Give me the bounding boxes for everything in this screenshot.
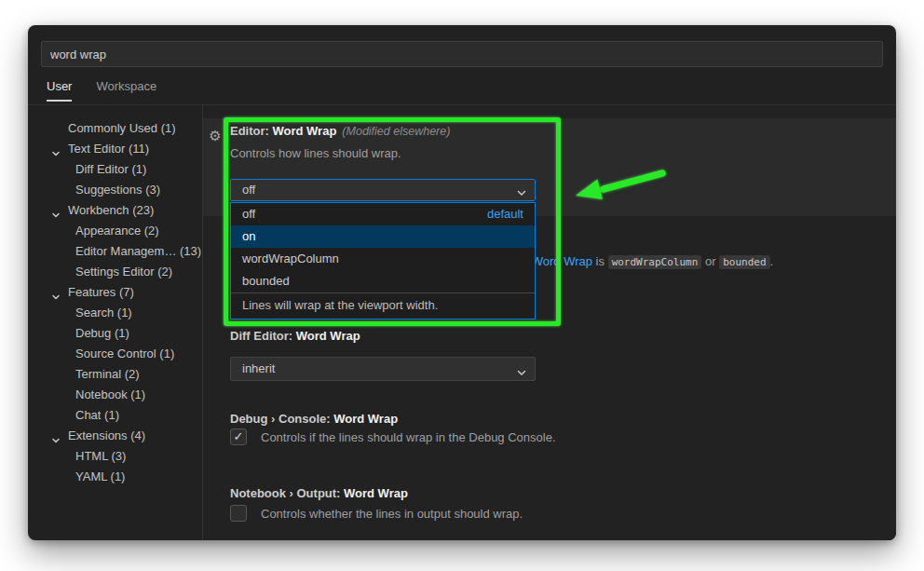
sidebar-item-label: YAML (1) <box>75 469 125 483</box>
checkbox-description: Controls whether the lines in output sho… <box>261 507 523 521</box>
setting-title-diff-editor-word-wrap: Diff Editor: Word Wrap <box>230 329 360 343</box>
sidebar-item-label: Suggestions (3) <box>75 183 160 197</box>
setting-category: Editor: <box>230 124 273 138</box>
settings-content: Commonly Used (1) Text Editor (11) Diff … <box>28 105 896 540</box>
modified-elsewhere-note: (Modified elsewhere) <box>342 125 450 138</box>
sidebar-item-label: Extensions (4) <box>68 428 145 442</box>
setting-name: Word Wrap <box>273 124 337 138</box>
sidebar-item-html[interactable]: HTML (3) <box>28 446 202 467</box>
sidebar-item-label: Notebook (1) <box>75 387 145 401</box>
setting-name: Word Wrap <box>344 486 408 500</box>
description-text: . <box>770 254 774 268</box>
code-chip: bounded <box>719 255 769 269</box>
sidebar-item-workbench[interactable]: Workbench (23) <box>28 200 202 221</box>
sidebar-item-notebook[interactable]: Notebook (1) <box>28 385 202 405</box>
setting-name: Word Wrap <box>333 412 398 426</box>
word-wrap-dropdown-list: off default on wordWrapColumn bounded Li… <box>230 202 536 319</box>
sidebar-item-label: Debug (1) <box>75 326 129 340</box>
sidebar-item-label: Chat (1) <box>75 408 119 422</box>
sidebar-item-debug[interactable]: Debug (1) <box>28 323 202 344</box>
chevron-down-icon <box>51 288 61 297</box>
notebook-output-word-wrap-checkbox[interactable] <box>230 505 247 522</box>
setting-category: Notebook › Output: <box>230 486 344 500</box>
settings-search-row <box>41 41 883 67</box>
sidebar-item-editor-management[interactable]: Editor Managem… (13) <box>28 241 202 262</box>
sidebar-item-label: Appearance (2) <box>75 224 159 238</box>
sidebar-item-yaml[interactable]: YAML (1) <box>28 467 202 487</box>
sidebar-item-chat[interactable]: Chat (1) <box>28 405 202 426</box>
dropdown-option-on[interactable]: on <box>231 225 535 248</box>
dropdown-option-info: Lines will wrap at the viewport width. <box>231 292 535 319</box>
sidebar-item-extensions[interactable]: Extensions (4) <box>28 426 202 446</box>
option-label: on <box>242 225 255 248</box>
sidebar-item-source-control[interactable]: Source Control (1) <box>28 344 202 364</box>
sidebar-item-terminal[interactable]: Terminal (2) <box>28 364 202 385</box>
description-text: is <box>592 254 608 268</box>
chevron-down-icon <box>51 206 61 215</box>
option-label: bounded <box>242 270 290 292</box>
chevron-down-icon <box>516 363 527 374</box>
settings-search-input[interactable] <box>41 41 883 67</box>
sidebar-item-label: Search (1) <box>75 306 132 319</box>
dropdown-option-wordwrapcolumn[interactable]: wordWrapColumn <box>231 248 535 270</box>
settings-list: ⚙ Editor: Word Wrap(Modified elsewhere) … <box>203 105 896 540</box>
sidebar-item-label: Text Editor (11) <box>68 142 149 156</box>
sidebar-item-label: HTML (3) <box>75 449 126 463</box>
select-value: inherit <box>242 361 275 375</box>
setting-name: Word Wrap <box>296 329 360 343</box>
description-text: or <box>701 254 719 268</box>
checkbox-description: Controls if the lines should wrap in the… <box>261 430 556 444</box>
sidebar-item-label: Diff Editor (1) <box>75 162 146 176</box>
chevron-down-icon <box>516 184 527 196</box>
sidebar-item-label: Workbench (23) <box>68 203 154 217</box>
setting-title-editor-word-wrap: Editor: Word Wrap(Modified elsewhere) <box>230 124 450 138</box>
tab-workspace[interactable]: Workspace <box>96 79 156 102</box>
sidebar-item-label: Terminal (2) <box>75 367 140 381</box>
setting-description: Controls how lines should wrap. <box>230 146 401 160</box>
dropdown-option-off[interactable]: off default <box>231 203 535 225</box>
sidebar-item-appearance[interactable]: Appearance (2) <box>28 221 202 241</box>
default-badge: default <box>487 203 523 225</box>
gear-icon[interactable]: ⚙ <box>207 128 224 144</box>
sidebar-item-label: Editor Managem… (13) <box>75 244 201 258</box>
settings-scope-tabs: User Workspace <box>47 79 156 102</box>
setting-title-debug-console-word-wrap: Debug › Console: Word Wrap <box>230 412 398 426</box>
sidebar-item-settings-editor[interactable]: Settings Editor (2) <box>28 262 202 282</box>
sidebar-item-diff-editor[interactable]: Diff Editor (1) <box>28 159 202 180</box>
chevron-down-icon <box>51 144 61 154</box>
sidebar-item-search[interactable]: Search (1) <box>28 303 202 323</box>
option-label: off <box>242 203 255 225</box>
diff-word-wrap-select[interactable]: inherit <box>230 357 536 381</box>
setting-category: Diff Editor: <box>230 329 296 343</box>
setting-title-notebook-output-word-wrap: Notebook › Output: Word Wrap <box>230 486 408 500</box>
chevron-down-icon <box>51 431 61 441</box>
sidebar-item-suggestions[interactable]: Suggestions (3) <box>28 180 202 200</box>
sidebar-item-label: Commonly Used (1) <box>68 121 176 135</box>
option-label: wordWrapColumn <box>242 248 339 270</box>
sidebar-item-text-editor[interactable]: Text Editor (11) <box>28 139 202 159</box>
dropdown-option-bounded[interactable]: bounded <box>231 270 535 292</box>
sidebar-item-label: Features (7) <box>68 285 134 299</box>
word-wrap-select[interactable]: off <box>230 179 536 201</box>
select-value: off <box>242 183 255 197</box>
sidebar-item-label: Source Control (1) <box>75 347 174 360</box>
sidebar-item-features[interactable]: Features (7) <box>28 282 202 303</box>
setting-category: Debug › Console: <box>230 412 333 426</box>
settings-toc: Commonly Used (1) Text Editor (11) Diff … <box>28 105 203 540</box>
sidebar-item-commonly-used[interactable]: Commonly Used (1) <box>28 118 202 139</box>
tab-user[interactable]: User <box>47 79 72 102</box>
debug-console-word-wrap-checkbox[interactable]: ✓ <box>230 428 247 445</box>
settings-editor-window: User Workspace Commonly Used (1) Text Ed… <box>28 25 896 540</box>
code-chip: wordWrapColumn <box>608 255 702 269</box>
sidebar-item-label: Settings Editor (2) <box>75 265 172 279</box>
